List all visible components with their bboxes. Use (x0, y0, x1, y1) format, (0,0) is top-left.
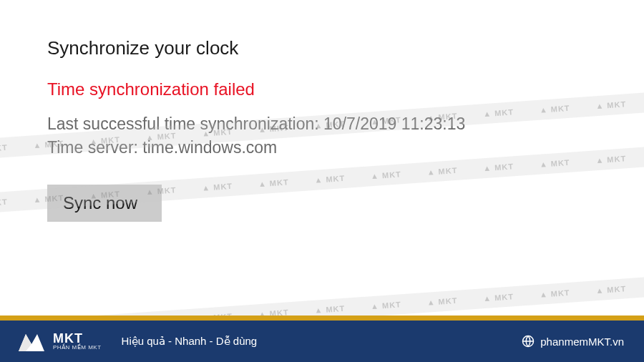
globe-icon (522, 335, 535, 348)
section-heading: Synchronize your clock (47, 37, 644, 59)
footer-url-text: phanmemMKT.vn (540, 336, 624, 348)
error-message: Time synchronization failed (47, 79, 644, 99)
logo-icon (16, 327, 47, 356)
sync-settings-panel: Synchronize your clock Time synchronizat… (0, 0, 644, 222)
footer-tagline: Hiệu quả - Nhanh - Dễ dùng (122, 335, 258, 348)
last-sync-info: Last successful time synchronization: 10… (47, 112, 644, 136)
last-sync-value: 10/7/2019 11:23:13 (323, 114, 465, 133)
footer-accent-line (0, 315, 644, 321)
time-server-label: Time server: (47, 138, 138, 157)
logo-main-text: MKT (53, 332, 102, 345)
sync-now-button[interactable]: Sync now (47, 185, 162, 222)
last-sync-label: Last successful time synchronization: (47, 114, 319, 133)
logo-sub-text: PHẦN MỀM MKT (53, 345, 102, 351)
footer-logo: MKT PHẦN MỀM MKT (16, 327, 102, 356)
footer-bar: MKT PHẦN MỀM MKT Hiệu quả - Nhanh - Dễ d… (0, 321, 644, 362)
time-server-info: Time server: time.windows.com (47, 136, 644, 160)
time-server-value: time.windows.com (142, 138, 277, 157)
logo-text: MKT PHẦN MỀM MKT (53, 332, 102, 351)
footer-url[interactable]: phanmemMKT.vn (522, 335, 624, 348)
